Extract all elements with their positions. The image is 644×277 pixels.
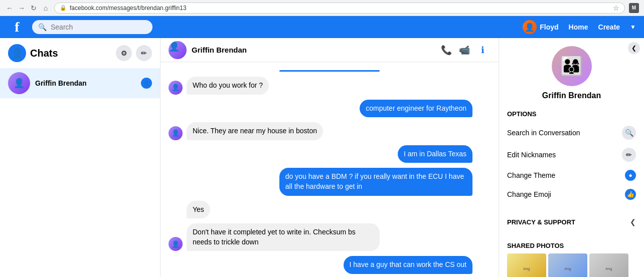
sidebar-icons: ⚙ ✏: [116, 45, 152, 61]
bookmark-icon[interactable]: ☆: [613, 4, 619, 12]
fb-nav: 👤 Floyd Home Create ▼: [523, 20, 636, 34]
fb-nav-dropdown-icon[interactable]: ▼: [630, 24, 636, 31]
msg-avatar-incoming-3: 👤: [169, 237, 183, 251]
fb-nav-home[interactable]: Home: [569, 23, 588, 31]
home-button[interactable]: ⌂: [41, 4, 50, 13]
fb-nav-create[interactable]: Create: [598, 23, 620, 31]
main-layout: 👤 Chats ⚙ ✏ 👤 Griffin Brendan 👤: [0, 38, 644, 277]
msg-avatar-incoming-2: 👤: [169, 126, 183, 140]
refresh-button[interactable]: ↻: [29, 4, 38, 13]
browser-extension: M: [629, 3, 639, 13]
facebook-logo: f: [8, 18, 26, 36]
info-button[interactable]: ℹ: [474, 42, 491, 58]
edit-nicknames-label: Edit Nicknames: [507, 151, 617, 159]
shared-photos-grid: img img img: [499, 253, 644, 277]
message-row-1: 👤 Who do you work for ?: [169, 77, 491, 95]
message-bubble-1: Who do you work for ?: [187, 77, 269, 95]
message-bubble-8: I have a guy that can work the CS out: [344, 256, 472, 274]
shared-photos-section: SHARED PHOTOS img img img: [499, 236, 644, 277]
change-theme-item[interactable]: Change Theme ●: [499, 166, 644, 185]
chat-info-griffin: Griffin Brendan: [35, 79, 136, 87]
chat-name-griffin: Griffin Brendan: [35, 79, 136, 87]
message-row-2: computer engineer for Raytheon: [169, 100, 491, 118]
browser-bar: ← → ↻ ⌂ 🔒 facebook.com/messages/t/brenda…: [0, 0, 644, 16]
shared-photo-2[interactable]: img: [548, 253, 587, 277]
privacy-section: PRIVACY & SUPPORT ❮: [499, 212, 644, 232]
message-bubble-5: do you have a BDM ? if you really want i…: [279, 168, 472, 195]
messages-area: 👤 Who do you work for ? computer enginee…: [160, 62, 499, 277]
browser-nav-buttons: ← → ↻ ⌂: [5, 4, 50, 13]
message-bubble-6: Yes: [187, 201, 210, 219]
fb-profile-avatar: 👤: [523, 20, 537, 34]
chat-item-indicator: 👤: [141, 78, 152, 89]
change-emoji-icon: 👍: [625, 189, 636, 200]
divider-line: [169, 70, 491, 72]
message-bubble-7: Don't have it completed yet to write in.…: [187, 223, 380, 251]
message-row-6: Yes: [169, 201, 491, 219]
chat-list: 👤 Griffin Brendan 👤: [0, 68, 160, 277]
compose-button[interactable]: ✏: [136, 45, 152, 61]
fb-profile-nav[interactable]: 👤 Floyd: [523, 20, 558, 34]
message-bubble-3: Nice. They are near my house in boston: [187, 122, 323, 140]
message-row-5: do you have a BDM ? if you really want i…: [169, 168, 491, 195]
right-panel-collapse-btn[interactable]: ❮: [628, 42, 640, 54]
search-in-conversation-item[interactable]: Search in Conversation 🔍: [499, 122, 644, 144]
privacy-chevron-icon: ❮: [630, 218, 636, 226]
back-button[interactable]: ←: [5, 4, 14, 13]
right-profile-avatar: 👨‍👩‍👦: [552, 46, 592, 86]
search-in-conversation-icon: 🔍: [622, 126, 636, 140]
message-row-8: I have a guy that can work the CS out: [169, 256, 491, 274]
change-theme-label: Change Theme: [507, 171, 620, 179]
search-in-conversation-label: Search in Conversation: [507, 129, 617, 137]
fb-profile-name: Floyd: [540, 23, 558, 31]
chat-area: 👤 Griffin Brendan 📞 📹 ℹ 👤 Who do you wor…: [160, 38, 499, 277]
shared-photo-1[interactable]: img: [507, 253, 546, 277]
fb-search-box[interactable]: 🔍: [32, 20, 152, 34]
chat-header-name: Griffin Brendan: [192, 46, 433, 54]
options-title: OPTIONS: [499, 108, 644, 122]
fb-search-input[interactable]: [51, 23, 141, 31]
edit-nicknames-item[interactable]: Edit Nicknames ✏: [499, 144, 644, 166]
sidebar-header: 👤 Chats ⚙ ✏: [0, 38, 160, 68]
shared-photo-3[interactable]: img: [589, 253, 628, 277]
change-emoji-item[interactable]: Change Emoji 👍: [499, 185, 644, 204]
url-text: facebook.com/messages/t/brendan.griffin1…: [70, 5, 187, 12]
right-profile-name: Griffin Brendan: [542, 91, 601, 100]
forward-button[interactable]: →: [17, 4, 26, 13]
chat-avatar-griffin: 👤: [8, 72, 30, 94]
chat-header-icons: 📞 📹 ℹ: [438, 42, 491, 58]
left-sidebar: 👤 Chats ⚙ ✏ 👤 Griffin Brendan 👤: [0, 38, 160, 277]
user-avatar: 👤: [8, 44, 26, 62]
message-row-4: I am in Dallas Texas: [169, 145, 491, 163]
msg-avatar-incoming: 👤: [169, 81, 183, 95]
fb-logo-letter: f: [15, 19, 19, 35]
change-theme-icon: ●: [625, 170, 636, 181]
fb-search-icon: 🔍: [38, 23, 47, 31]
options-section: OPTIONS Search in Conversation 🔍 Edit Ni…: [499, 104, 644, 208]
facebook-header: f 🔍 👤 Floyd Home Create ▼: [0, 16, 644, 38]
privacy-support-header[interactable]: PRIVACY & SUPPORT ❮: [499, 216, 644, 228]
phone-call-button[interactable]: 📞: [438, 42, 454, 58]
chat-item-griffin[interactable]: 👤 Griffin Brendan 👤: [0, 68, 160, 98]
message-row-3: 👤 Nice. They are near my house in boston: [169, 122, 491, 140]
message-bubble-4: I am in Dallas Texas: [398, 145, 472, 163]
message-bubble-2: computer engineer for Raytheon: [360, 100, 472, 118]
change-emoji-label: Change Emoji: [507, 190, 620, 198]
lock-icon: 🔒: [60, 5, 67, 11]
sidebar-title: Chats: [30, 48, 58, 59]
right-panel: ❮ 👨‍👩‍👦 Griffin Brendan OPTIONS Search i…: [499, 38, 644, 277]
address-bar[interactable]: 🔒 facebook.com/messages/t/brendan.griffi…: [54, 3, 625, 14]
message-row-7: 👤 Don't have it completed yet to write i…: [169, 223, 491, 251]
shared-photos-title: SHARED PHOTOS: [499, 240, 644, 253]
settings-button[interactable]: ⚙: [116, 45, 132, 61]
edit-nicknames-icon: ✏: [622, 148, 636, 162]
chat-header: 👤 Griffin Brendan 📞 📹 ℹ: [160, 38, 499, 62]
chat-header-avatar: 👤: [169, 41, 187, 59]
video-call-button[interactable]: 📹: [456, 42, 472, 58]
privacy-title: PRIVACY & SUPPORT: [507, 218, 575, 226]
